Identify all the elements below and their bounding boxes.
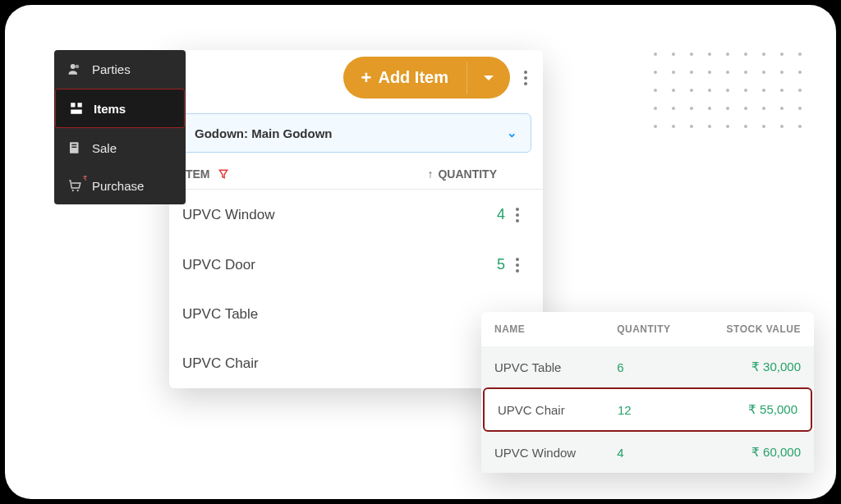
item-row[interactable]: UPVC Window 4	[169, 190, 543, 240]
stock-value: ₹ 60,000	[699, 445, 801, 460]
stock-name: UPVC Chair	[498, 403, 618, 417]
stock-value: ₹ 30,000	[699, 360, 801, 374]
item-name: UPVC Chair	[182, 355, 407, 372]
stock-table-header: NAME QUANTITY STOCK VALUE	[481, 312, 814, 346]
sidebar-item-purchase[interactable]: Purchase	[54, 167, 186, 204]
value-header: STOCK VALUE	[699, 323, 801, 335]
add-button-label: Add Item	[378, 68, 448, 87]
svg-rect-6	[71, 144, 76, 146]
app-canvas: Parties Items Sale Purchase +	[5, 5, 836, 499]
svg-point-1	[76, 65, 80, 69]
plus-icon: +	[361, 69, 372, 87]
sidebar-item-sale[interactable]: Sale	[54, 129, 186, 167]
quantity-header-label: QUANTITY	[438, 167, 497, 181]
quantity-sort-button[interactable]: ↑ QUANTITY	[407, 167, 530, 181]
items-table-header: ITEM ↑ QUANTITY	[169, 153, 543, 190]
sidebar-item-label: Sale	[92, 141, 117, 155]
item-name: UPVC Table	[182, 306, 407, 323]
items-icon	[69, 101, 84, 116]
sidebar-nav: Parties Items Sale Purchase	[54, 50, 186, 204]
panel-toolbar: + Add Item	[169, 50, 543, 105]
stock-name: UPVC Window	[494, 446, 617, 460]
arrow-up-icon: ↑	[427, 167, 433, 181]
purchase-icon	[67, 178, 82, 193]
row-more-button[interactable]	[505, 258, 530, 273]
godown-label: Godown: Main Godown	[195, 126, 332, 140]
stock-qty: 4	[617, 446, 698, 460]
stock-value: ₹ 55,000	[697, 402, 797, 417]
item-qty: 5	[407, 256, 505, 273]
godown-selector[interactable]: Godown: Main Godown ⌄	[181, 113, 531, 153]
item-header-label: ITEM	[182, 167, 209, 181]
svg-rect-3	[78, 103, 82, 107]
decorative-dots	[654, 53, 802, 128]
svg-rect-2	[71, 103, 75, 107]
add-item-button[interactable]: + Add Item	[343, 57, 510, 99]
sidebar-item-label: Purchase	[92, 179, 144, 193]
filter-icon[interactable]	[218, 168, 229, 180]
sidebar-item-label: Items	[94, 102, 126, 116]
sidebar-item-items[interactable]: Items	[55, 89, 185, 128]
sidebar-item-parties[interactable]: Parties	[54, 50, 186, 88]
quantity-header: QUANTITY	[617, 323, 698, 335]
panel-more-button[interactable]	[517, 71, 535, 85]
item-name: UPVC Door	[182, 257, 407, 273]
stock-name: UPVC Table	[494, 360, 617, 374]
svg-point-0	[71, 64, 76, 69]
svg-point-8	[72, 190, 74, 191]
sidebar-item-label: Parties	[92, 62, 131, 76]
chevron-down-icon	[482, 73, 495, 83]
parties-icon	[67, 62, 82, 76]
stock-row-highlighted[interactable]: UPVC Chair 12 ₹ 55,000	[483, 387, 812, 432]
stock-qty: 12	[618, 403, 697, 417]
svg-rect-7	[71, 147, 76, 149]
sale-icon	[67, 140, 82, 155]
svg-point-9	[77, 190, 79, 191]
row-more-button[interactable]	[505, 208, 530, 222]
svg-rect-4	[71, 110, 82, 114]
item-name: UPVC Window	[182, 207, 407, 223]
chevron-down-icon: ⌄	[507, 126, 517, 140]
item-row[interactable]: UPVC Door 5	[169, 240, 543, 290]
name-header: NAME	[494, 323, 617, 335]
stock-row[interactable]: UPVC Window 4 ₹ 60,000	[481, 432, 814, 473]
stock-value-panel: NAME QUANTITY STOCK VALUE UPVC Table 6 ₹…	[481, 312, 814, 473]
item-qty: 4	[407, 206, 505, 223]
stock-qty: 6	[617, 360, 698, 374]
stock-row[interactable]: UPVC Table 6 ₹ 30,000	[481, 346, 814, 387]
add-item-dropdown-toggle[interactable]	[466, 62, 510, 94]
